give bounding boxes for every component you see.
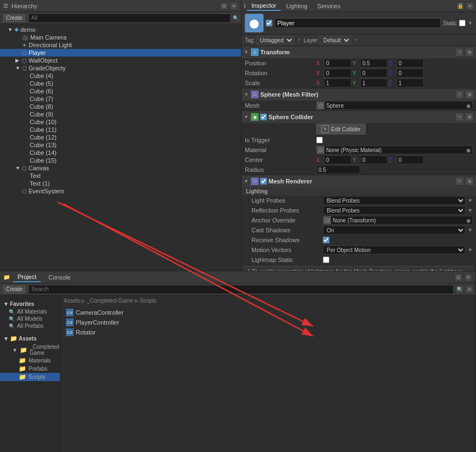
sidebar-item-all-materials[interactable]: 🔍 All Materials [0, 308, 60, 315]
static-checkbox[interactable] [459, 20, 466, 26]
hierarchy-item-cube10[interactable]: Cube (10) [0, 118, 241, 126]
hierarchy-item-cube8[interactable]: Cube (8) [0, 103, 241, 110]
project-search-input[interactable] [29, 285, 453, 294]
hierarchy-item-player[interactable]: ⬡ Player [0, 49, 241, 57]
sidebar-item-prefabs[interactable]: 📁 Prefabs [0, 365, 60, 373]
mesh-ref[interactable]: ⬡ Sphere ◉ [316, 101, 473, 110]
hierarchy-item-cube11[interactable]: Cube (11) [0, 126, 241, 133]
hierarchy-create-btn[interactable]: Create [2, 13, 26, 23]
sphere-collider-header[interactable]: ▼ ◉ Sphere Collider ? ⚙ [242, 111, 476, 123]
hierarchy-item-demo[interactable]: ▼ ◈ demo [0, 25, 241, 34]
position-y-input[interactable] [360, 59, 388, 68]
hierarchy-item-text[interactable]: Text [0, 172, 241, 180]
hierarchy-item-cube14[interactable]: Cube (14) [0, 149, 241, 157]
project-create-btn[interactable]: Create [2, 284, 26, 294]
asset-item-player-controller[interactable]: C# PlayerController [64, 317, 472, 327]
transform-help-btn[interactable]: ? [455, 48, 464, 57]
center-y-input[interactable] [360, 155, 388, 164]
hierarchy-item-main-camera[interactable]: 🎥 Main Camera [0, 34, 241, 41]
collider-active-checkbox[interactable] [260, 114, 267, 120]
layer-select[interactable]: Default [320, 36, 351, 44]
is-trigger-checkbox[interactable] [316, 137, 323, 143]
sidebar-item-all-prefabs[interactable]: 🔍 All Prefabs [0, 322, 60, 330]
inspector-menu-btn[interactable]: ≡ [466, 2, 474, 10]
radius-input[interactable] [316, 165, 360, 174]
object-name-field[interactable] [275, 18, 441, 28]
hierarchy-item-cube7[interactable]: Cube (7) [0, 95, 241, 103]
transform-settings-btn[interactable]: ⚙ [465, 48, 474, 57]
hierarchy-item-canvas[interactable]: ▼ ⬡ Canvas [0, 164, 241, 172]
tab-inspector[interactable]: Inspector [247, 1, 281, 11]
breadcrumb-scripts[interactable]: Scripts [140, 298, 157, 304]
rotation-x-input[interactable] [324, 69, 351, 77]
phys-material-ref[interactable]: ⬡ None (Physic Material) ◉ [316, 146, 473, 154]
project-options-btn[interactable]: ≡ [466, 286, 473, 293]
lightmap-static-checkbox[interactable] [323, 256, 329, 263]
tab-console[interactable]: Console [44, 273, 75, 282]
hierarchy-item-gradeobjecty[interactable]: ▼ ⬡ GradeObjecty [0, 64, 241, 72]
rotation-z-input[interactable] [396, 69, 424, 77]
mesh-renderer-active-checkbox[interactable] [260, 178, 267, 185]
cast-shadows-select[interactable]: On [323, 226, 466, 235]
hierarchy-search-input[interactable] [29, 14, 231, 23]
collider-help-btn[interactable]: ? [455, 113, 464, 121]
center-x-input[interactable] [324, 155, 351, 164]
hierarchy-lock-btn[interactable]: ⊙ [220, 2, 228, 10]
mesh-renderer-header[interactable]: ▼ ⬡ Mesh Renderer ? ⚙ [242, 175, 476, 187]
transform-header[interactable]: ▼ ⊹ Transform ? ⚙ [242, 46, 476, 58]
sidebar-item-scripts[interactable]: 📁 Scripts [0, 373, 60, 381]
project-menu-btn[interactable]: ≡ [464, 274, 472, 281]
tab-project[interactable]: Project [13, 272, 41, 282]
favorites-section-header[interactable]: ▼ Favorites [0, 300, 60, 308]
reflection-probes-select[interactable]: Blend Probes [323, 206, 466, 215]
phys-material-dot[interactable]: ◉ [464, 147, 472, 153]
hierarchy-item-cube5[interactable]: Cube (5) [0, 80, 241, 87]
hierarchy-menu-btn[interactable]: ≡ [230, 2, 238, 10]
anchor-override-ref[interactable]: ⬡ None (Transform) ◉ [323, 216, 473, 225]
light-probes-select[interactable]: Blend Probes [323, 196, 466, 205]
collider-settings-btn[interactable]: ⚙ [465, 113, 474, 121]
center-z-input[interactable] [396, 155, 424, 164]
hierarchy-item-wallobject[interactable]: ▶ ⬡ WallObject [0, 57, 241, 64]
scale-y-input[interactable] [360, 79, 388, 87]
hierarchy-item-cube6[interactable]: Cube (6) [0, 87, 241, 95]
breadcrumb-assets[interactable]: Assets [64, 298, 80, 304]
static-dropdown-arrow[interactable]: ▼ [468, 20, 473, 26]
breadcrumb-completed-game[interactable]: _Completed-Game [87, 298, 133, 304]
inspector-lock-btn[interactable]: 🔒 [456, 2, 464, 10]
assets-section-header[interactable]: ▼ 📁 Assets [0, 334, 60, 343]
motion-vectors-select[interactable]: Per Object Motion [323, 245, 466, 254]
tab-services[interactable]: Services [313, 2, 345, 10]
project-lock-btn[interactable]: ⊙ [455, 274, 462, 281]
mesh-filter-settings-btn[interactable]: ⚙ [465, 90, 474, 99]
rotation-y-input[interactable] [360, 69, 388, 77]
hierarchy-item-cube12[interactable]: Cube (12) [0, 133, 241, 141]
mesh-renderer-settings-btn[interactable]: ⚙ [465, 177, 474, 186]
hierarchy-item-cube13[interactable]: Cube (13) [0, 141, 241, 149]
tab-lighting[interactable]: Lighting [282, 2, 312, 10]
scale-x-input[interactable] [324, 79, 351, 87]
asset-item-camera-controller[interactable]: C# CameraController [64, 308, 472, 317]
hierarchy-item-cube15[interactable]: Cube (15) [0, 157, 241, 164]
hierarchy-item-eventsystem[interactable]: ⬡ EventSystem [0, 187, 241, 195]
mesh-filter-help-btn[interactable]: ? [455, 90, 464, 99]
tag-select[interactable]: Untagged [256, 36, 294, 44]
position-x-input[interactable] [324, 59, 351, 68]
scale-z-input[interactable] [396, 79, 424, 87]
search-btn[interactable]: 🔍 [456, 286, 463, 293]
hierarchy-item-cube9[interactable]: Cube (9) [0, 110, 241, 118]
position-z-input[interactable] [396, 59, 424, 68]
hierarchy-item-text1[interactable]: Text (1) [0, 180, 241, 187]
anchor-override-dot[interactable]: ◉ [464, 217, 472, 224]
object-active-checkbox[interactable] [266, 20, 272, 26]
asset-item-rotator[interactable]: C# Rotator [64, 327, 472, 337]
sidebar-item-completed-game[interactable]: ▼ 📁 _Completed-Game [0, 343, 60, 356]
mesh-renderer-help-btn[interactable]: ? [455, 177, 464, 186]
hierarchy-item-directional-light[interactable]: ☀ Directional Light [0, 41, 241, 49]
hierarchy-item-cube4[interactable]: Cube (4) [0, 72, 241, 80]
sidebar-item-all-models[interactable]: 🔍 All Models [0, 315, 60, 322]
receive-shadows-checkbox[interactable] [323, 237, 329, 243]
mesh-filter-header[interactable]: ▼ ⬡ Sphere (Mesh Filter) ? ⚙ [242, 88, 476, 101]
edit-collider-btn[interactable]: ✎ Edit Collider [316, 124, 366, 135]
mesh-ref-dot[interactable]: ◉ [464, 103, 472, 109]
